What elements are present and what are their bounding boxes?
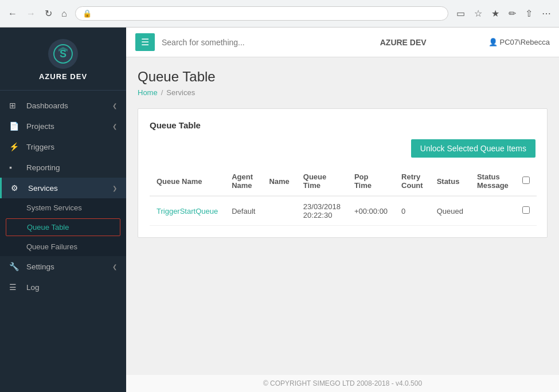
chevron-right-icon: ❮ [112, 103, 117, 109]
menu-button[interactable]: ☰ [135, 33, 155, 51]
sidebar-item-dashboards[interactable]: ⊞ Dashboards ❮ [0, 95, 126, 116]
chevron-right-icon: ❮ [112, 123, 117, 130]
settings-icon: 🔧 [9, 262, 21, 271]
sub-nav-label: Queue Table [27, 223, 69, 232]
services-icon: ⚙ [11, 183, 22, 193]
log-icon: ☰ [9, 283, 21, 292]
reader-icon[interactable]: ▭ [454, 7, 467, 20]
col-select [515, 167, 537, 196]
sidebar-item-label: Log [26, 283, 117, 292]
cell-status: Queued [430, 196, 470, 226]
cell-pop-time: +00:00:00 [347, 196, 394, 226]
col-pop-time: Pop Time [347, 167, 394, 196]
search-input[interactable] [162, 38, 318, 47]
bookmark-icon[interactable]: ☆ [472, 7, 484, 20]
sidebar-item-queue-table[interactable]: Queue Table [6, 218, 120, 236]
sidebar-item-projects[interactable]: 📄 Projects ❮ [0, 116, 126, 136]
sidebar-item-label: Settings [26, 262, 112, 271]
back-button[interactable]: ← [6, 6, 19, 21]
queue-name-link[interactable]: TriggerStartQueue [157, 207, 218, 215]
queue-table-card: Queue Table Unlock Selected Queue Items … [138, 108, 548, 238]
services-sub-nav: System Services Queue Table Queue Failur… [0, 198, 126, 256]
sidebar-item-system-services[interactable]: System Services [0, 198, 126, 217]
breadcrumb-home[interactable]: Home [138, 88, 158, 97]
logo-svg: S [53, 44, 73, 64]
sub-nav-label: Queue Failures [26, 242, 77, 251]
cell-agent-name: Default [225, 196, 262, 226]
address-bar[interactable]: 🔒 [75, 6, 448, 21]
table-header: Queue Name Agent Name Name Queue Time Po… [150, 167, 537, 196]
col-retry-count: Retry Count [394, 167, 430, 196]
queue-table: Queue Name Agent Name Name Queue Time Po… [150, 167, 537, 226]
table-row: TriggerStartQueue Default 23/03/2018 20:… [150, 196, 537, 226]
col-agent-name: Agent Name [225, 167, 262, 196]
sidebar-item-log[interactable]: ☰ Log [0, 277, 126, 297]
sidebar-item-queue-failures[interactable]: Queue Failures [0, 237, 126, 256]
sidebar-item-label: Projects [26, 122, 112, 131]
collections-icon[interactable]: ★ [489, 7, 502, 20]
breadcrumb-separator: / [161, 88, 163, 97]
user-info: 👤 PC07\Rebecca [488, 38, 550, 46]
col-queue-name: Queue Name [150, 167, 225, 196]
lock-icon: 🔒 [83, 9, 92, 18]
sidebar-logo: S AZURE DEV [0, 28, 126, 91]
sidebar-item-settings[interactable]: 🔧 Settings ❮ [0, 256, 126, 277]
select-all-checkbox[interactable] [522, 177, 530, 184]
card-actions: Unlock Selected Queue Items [150, 139, 535, 158]
browser-nav-buttons: ← → ↻ ⌂ [6, 6, 69, 21]
reporting-icon: ▪ [9, 163, 21, 172]
dashboards-icon: ⊞ [9, 101, 21, 110]
top-bar: ☰ AZURE DEV 👤 PC07\Rebecca [126, 28, 559, 57]
card-title: Queue Table [150, 120, 535, 130]
col-status: Status [430, 167, 470, 196]
more-icon[interactable]: ⋯ [540, 7, 553, 20]
projects-icon: 📄 [9, 121, 21, 131]
browser-chrome: ← → ↻ ⌂ 🔒 ▭ ☆ ★ ✏ ⇧ ⋯ [0, 0, 559, 28]
row-checkbox[interactable] [522, 206, 530, 214]
cell-select [515, 196, 537, 226]
sidebar-item-label: Dashboards [26, 101, 112, 110]
chevron-right-icon: ❮ [112, 264, 117, 270]
pen-icon[interactable]: ✏ [506, 7, 518, 20]
triggers-icon: ⚡ [9, 142, 21, 151]
page-title: Queue Table [138, 69, 548, 85]
copyright-text: © COPYRIGHT SIMEGO LTD 2008-2018 - v4.0.… [263, 379, 422, 387]
cell-status-message [470, 196, 515, 226]
chevron-down-icon: ❯ [112, 185, 117, 191]
sidebar-item-label: Reporting [26, 163, 117, 172]
logo-title: AZURE DEV [39, 72, 87, 81]
footer: © COPYRIGHT SIMEGO LTD 2008-2018 - v4.0.… [126, 374, 559, 392]
sidebar-item-reporting[interactable]: ▪ Reporting [0, 157, 126, 178]
col-queue-time: Queue Time [296, 167, 347, 196]
breadcrumb-current: Services [166, 88, 195, 97]
unlock-selected-button[interactable]: Unlock Selected Queue Items [411, 139, 535, 158]
sidebar-item-label: Services [28, 184, 112, 193]
sub-nav-label: System Services [26, 203, 82, 212]
sidebar: S AZURE DEV ⊞ Dashboards ❮ 📄 Projects ❮ … [0, 28, 126, 392]
col-name: Name [262, 167, 296, 196]
table-body: TriggerStartQueue Default 23/03/2018 20:… [150, 196, 537, 226]
app-title: AZURE DEV [325, 38, 482, 47]
user-icon: 👤 [488, 38, 498, 46]
main-area: ☰ AZURE DEV 👤 PC07\Rebecca Queue Table H… [126, 28, 559, 392]
sidebar-item-label: Triggers [26, 143, 117, 151]
cell-queue-name: TriggerStartQueue [150, 196, 225, 226]
sidebar-nav: ⊞ Dashboards ❮ 📄 Projects ❮ ⚡ Triggers ▪… [0, 91, 126, 392]
cell-name [262, 196, 296, 226]
app-wrapper: S AZURE DEV ⊞ Dashboards ❮ 📄 Projects ❮ … [0, 28, 559, 392]
home-button[interactable]: ⌂ [59, 6, 69, 21]
cell-retry-count: 0 [394, 196, 430, 226]
logo-icon: S [48, 39, 78, 69]
share-icon[interactable]: ⇧ [523, 7, 535, 20]
forward-button[interactable]: → [24, 6, 38, 21]
sidebar-item-triggers[interactable]: ⚡ Triggers [0, 136, 126, 157]
col-status-message: Status Message [470, 167, 515, 196]
content-area: Queue Table Home / Services Queue Table … [126, 57, 559, 374]
browser-actions: ▭ ☆ ★ ✏ ⇧ ⋯ [454, 7, 553, 20]
sidebar-item-services[interactable]: ⚙ Services ❯ [0, 178, 126, 198]
breadcrumb: Home / Services [138, 88, 548, 97]
username: PC07\Rebecca [500, 38, 550, 46]
cell-queue-time: 23/03/2018 20:22:30 [296, 196, 347, 226]
refresh-button[interactable]: ↻ [42, 6, 54, 21]
